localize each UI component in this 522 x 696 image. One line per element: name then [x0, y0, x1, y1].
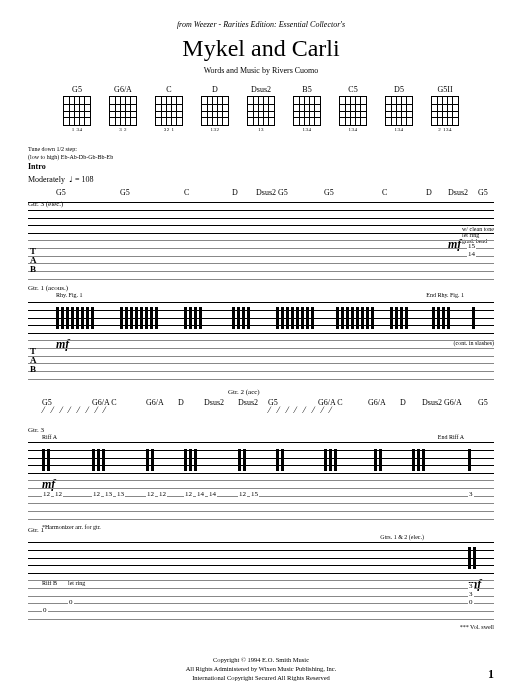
system-1: G5 G5 C D Dsus2 G5 G5 C D Dsus2 G5 Gtr. …	[28, 188, 494, 380]
gtr3-label-2: Gtr. 3	[28, 426, 494, 434]
page-number: 1	[488, 667, 494, 682]
gtr1-label-2: Gtr. 1	[28, 526, 494, 534]
tuning-label: Tune down 1/2 step:	[28, 146, 494, 152]
tab-letters-icon: TAB	[30, 347, 37, 374]
tab-gtr1: TAB	[28, 340, 494, 380]
header: from Weezer - Rarities Edition: Essentia…	[28, 20, 494, 75]
tuning-notes: (low to high) Eb-Ab-Db-Gb-Bb-Eb	[28, 154, 494, 160]
song-title: Mykel and Carli	[28, 35, 494, 62]
copyright-line-3: International Copyright Secured All Righ…	[0, 673, 522, 682]
chord-diagram: D132	[197, 85, 233, 132]
staff-gtr1: mf	[28, 302, 494, 334]
tab-gtr3: TAB 15 14	[28, 240, 494, 280]
chord-diagram: G51 34	[59, 85, 95, 132]
chord-diagram: C32 1	[151, 85, 187, 132]
gtr2-label: Gtr. 2 (acc)	[228, 388, 260, 396]
rhythm-slashes: //////// ////////	[28, 412, 494, 426]
staff-gtr1-2: mf	[28, 542, 494, 574]
tempo-bpm: ♩ = 108	[69, 175, 94, 184]
chord-row: G5 G5 C D Dsus2 G5 G5 C D Dsus2 G5	[28, 188, 494, 200]
copyright-line-2: All Rights Administered by Wixen Music P…	[0, 664, 522, 673]
staff-gtr3: mf	[28, 202, 494, 234]
section-label: Intro	[28, 162, 46, 171]
chord-diagram: B5134	[289, 85, 325, 132]
chord-diagram: G5II2 134	[427, 85, 463, 132]
tab-letters-icon: TAB	[30, 247, 37, 274]
copyright-footer: Copyright © 1994 E.O. Smith Music All Ri…	[0, 655, 522, 682]
chord-diagram: C5134	[335, 85, 371, 132]
rhy-fig-label: Rhy. Fig. 1	[56, 292, 83, 298]
tempo-row: Intro	[28, 162, 494, 171]
end-rhy-label: End Rhy. Fig. 1	[426, 292, 464, 298]
chord-diagrams: G51 34 G6/A3 2 C32 1 D132 Dsus213 B5134 …	[28, 85, 494, 132]
staff-gtr3-2: mf	[28, 442, 494, 474]
tab-gtr3-2: 12 12 12 13 13 12 12 12 14 14 12 15 3	[28, 480, 494, 520]
tempo-text: Moderately	[28, 175, 65, 184]
tab-gtr1-2: 0 0 3 3 0	[28, 580, 494, 620]
gtrs12-label: Gtrs. 1 & 2 (elec.)	[380, 534, 424, 540]
chord-diagram: D5134	[381, 85, 417, 132]
vol-swell-note: *** Vol. swell	[460, 624, 494, 630]
gtr1-label: Gtr. 1 (acous.)	[28, 284, 494, 292]
byline: Words and Music by Rivers Cuomo	[28, 66, 494, 75]
tempo: Moderately ♩ = 108	[28, 175, 494, 184]
chord-diagram: Dsus213	[243, 85, 279, 132]
system-2: Gtr. 2 (acc) G5 G6/A C G6/A D Dsus2 Dsus…	[28, 398, 494, 620]
end-riff-label: End Riff A	[438, 434, 464, 440]
chord-diagram: G6/A3 2	[105, 85, 141, 132]
source-line: from Weezer - Rarities Edition: Essentia…	[28, 20, 494, 29]
riffA-label: Riff A	[42, 434, 57, 440]
copyright-line-1: Copyright © 1994 E.O. Smith Music	[0, 655, 522, 664]
